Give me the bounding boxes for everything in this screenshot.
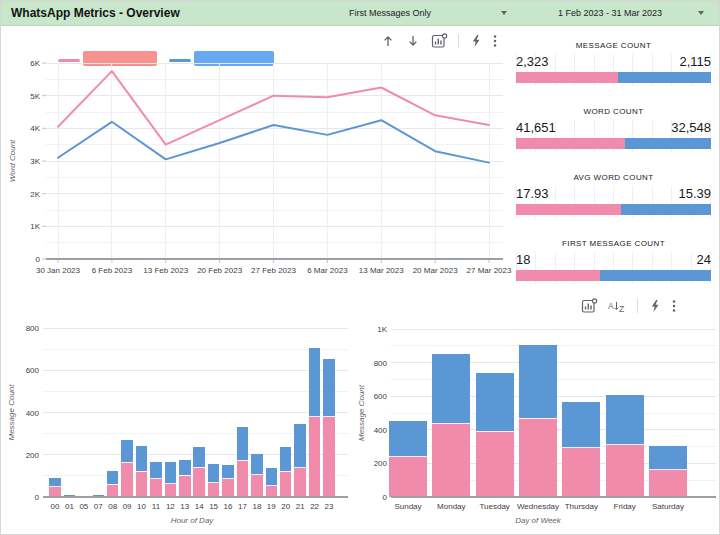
svg-text:30 Jan 2023: 30 Jan 2023 (36, 266, 81, 275)
scorecard-bar-right-segment (625, 138, 711, 149)
toolbar-divider (637, 299, 638, 313)
svg-text:200: 200 (374, 459, 388, 468)
report-header: WhatsApp Metrics - Overview First Messag… (1, 1, 719, 26)
lightning-bolt-icon[interactable] (649, 299, 661, 313)
svg-text:600: 600 (26, 366, 40, 375)
scorecard-bar-right-segment (621, 204, 711, 215)
svg-text:6K: 6K (30, 59, 40, 68)
svg-text:09: 09 (123, 502, 132, 511)
line-chart-toolbar (381, 32, 497, 50)
svg-text:1K: 1K (30, 222, 40, 231)
svg-text:400: 400 (26, 409, 40, 418)
scorecard-word-count[interactable]: WORD COUNT41,65132,548 (516, 107, 711, 155)
scorecard-title: WORD COUNT (516, 107, 711, 117)
report-title: WhatsApp Metrics - Overview (11, 6, 180, 20)
svg-text:05: 05 (79, 502, 88, 511)
filter-control[interactable]: First Messages Only (349, 8, 431, 18)
more-vertical-icon[interactable] (493, 34, 497, 48)
dashboard-canvas: WhatsApp Metrics - Overview First Messag… (0, 0, 720, 535)
scorecard-split-bar (516, 270, 711, 281)
svg-text:17: 17 (238, 502, 247, 511)
svg-text:0: 0 (383, 493, 388, 502)
svg-text:00: 00 (51, 502, 60, 511)
more-vertical-icon[interactable] (672, 299, 676, 313)
date-range-control[interactable]: 1 Feb 2023 - 31 Mar 2023 (558, 8, 662, 18)
arrow-down-icon[interactable] (406, 34, 420, 48)
explore-chart-icon[interactable] (431, 33, 447, 49)
svg-text:Monday: Monday (437, 502, 465, 511)
bar-charts-toolbar: AZ (581, 297, 676, 315)
scorecard-title: FIRST MESSAGE COUNT (516, 239, 711, 249)
scorecard-split-bar (516, 204, 711, 215)
svg-text:Tuesday: Tuesday (479, 502, 509, 511)
scorecard-left-value: 17.93 (516, 186, 549, 201)
svg-text:0: 0 (35, 493, 40, 502)
filter-label: First Messages Only (349, 8, 431, 18)
svg-text:20: 20 (281, 502, 290, 511)
svg-text:Message Count: Message Count (7, 384, 16, 441)
svg-text:1K: 1K (377, 325, 387, 334)
scorecard-left-value: 41,651 (516, 120, 556, 135)
scorecard-message-count[interactable]: MESSAGE COUNT2,3232,115 (516, 41, 711, 89)
lightning-bolt-icon[interactable] (470, 34, 482, 48)
scorecard-split-bar (516, 138, 711, 149)
hour-of-day-bar-chart[interactable]: 0200400600800000105070809101112131415161… (1, 316, 356, 534)
svg-text:23: 23 (325, 502, 334, 511)
svg-text:Saturday: Saturday (652, 502, 684, 511)
scorecard-right-value: 2,115 (679, 54, 711, 69)
svg-text:07: 07 (94, 502, 103, 511)
svg-text:Hour of Day: Hour of Day (171, 516, 215, 525)
filter-caret-icon[interactable] (501, 11, 507, 15)
scorecard-panel: MESSAGE COUNT2,3232,115WORD COUNT41,6513… (516, 41, 711, 291)
svg-text:10: 10 (137, 502, 146, 511)
scorecard-first-message-count[interactable]: FIRST MESSAGE COUNT1824 (516, 239, 711, 287)
svg-text:20 Feb 2023: 20 Feb 2023 (197, 266, 242, 275)
svg-text:12: 12 (166, 502, 175, 511)
svg-text:13 Feb 2023: 13 Feb 2023 (143, 266, 188, 275)
scorecard-right-value: 24 (697, 252, 711, 267)
svg-text:6 Feb 2023: 6 Feb 2023 (92, 266, 133, 275)
word-count-line-chart[interactable]: 30 Jan 20236 Feb 202313 Feb 202320 Feb 2… (1, 51, 511, 286)
svg-text:800: 800 (26, 324, 40, 333)
svg-text:01: 01 (65, 502, 74, 511)
svg-text:21: 21 (296, 502, 305, 511)
sort-az-icon[interactable]: AZ (608, 300, 626, 313)
toolbar-divider (458, 34, 459, 48)
svg-text:18: 18 (252, 502, 261, 511)
svg-text:0: 0 (36, 255, 41, 264)
svg-text:13 Mar 2023: 13 Mar 2023 (359, 266, 404, 275)
svg-text:800: 800 (374, 359, 388, 368)
svg-text:5K: 5K (30, 92, 40, 101)
svg-text:22: 22 (310, 502, 319, 511)
svg-text:08: 08 (108, 502, 117, 511)
date-range-label: 1 Feb 2023 - 31 Mar 2023 (558, 8, 662, 18)
arrow-up-icon[interactable] (381, 34, 395, 48)
svg-text:15: 15 (209, 502, 218, 511)
svg-text:Thursday: Thursday (565, 502, 598, 511)
svg-text:Friday: Friday (614, 502, 636, 511)
svg-text:19: 19 (267, 502, 276, 511)
scorecard-split-bar (516, 72, 711, 83)
svg-text:Sunday: Sunday (394, 502, 421, 511)
svg-text:11: 11 (152, 502, 161, 511)
explore-chart-icon[interactable] (581, 298, 597, 314)
svg-text:27 Feb 2023: 27 Feb 2023 (251, 266, 296, 275)
day-of-week-bar-chart[interactable]: 02004006008001KSundayMondayTuesdayWednes… (351, 316, 720, 534)
svg-text:6 Mar 2023: 6 Mar 2023 (307, 266, 348, 275)
scorecard-bar-left-segment (516, 72, 618, 83)
svg-text:200: 200 (26, 451, 40, 460)
svg-text:Message Count: Message Count (357, 384, 366, 441)
svg-text:Z: Z (619, 304, 624, 314)
svg-text:400: 400 (374, 426, 388, 435)
scorecard-bar-right-segment (618, 72, 711, 83)
svg-text:16: 16 (224, 502, 233, 511)
svg-text:Wednesday: Wednesday (517, 502, 559, 511)
svg-text:A: A (608, 300, 614, 310)
svg-text:Day of Week: Day of Week (515, 516, 562, 525)
svg-text:14: 14 (195, 502, 204, 511)
scorecard-bar-right-segment (600, 270, 711, 281)
svg-text:Word Count: Word Count (8, 139, 17, 182)
date-range-caret-icon[interactable] (698, 11, 704, 15)
scorecard-avg-word-count[interactable]: AVG WORD COUNT17.9315.39 (516, 173, 711, 221)
scorecard-bar-left-segment (516, 270, 600, 281)
